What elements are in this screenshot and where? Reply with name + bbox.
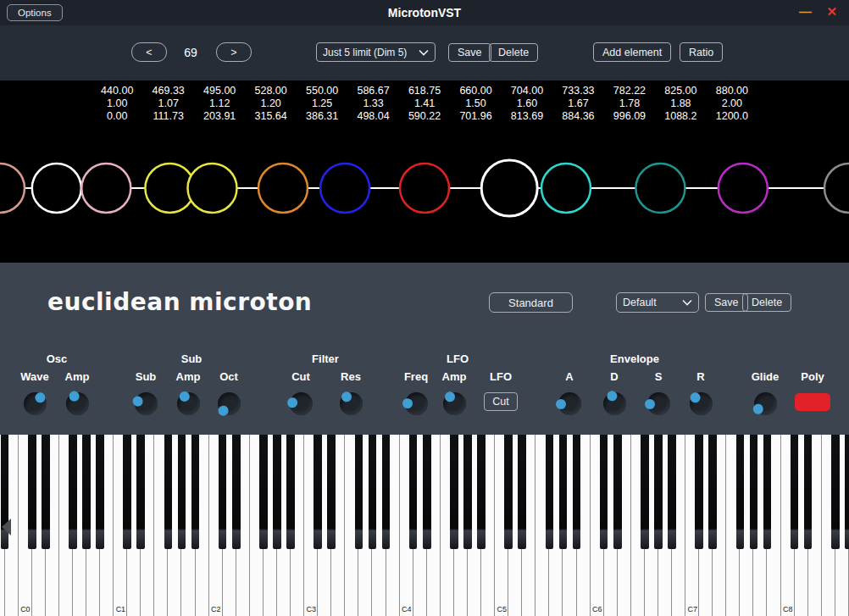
black-key[interactable]	[369, 435, 377, 549]
env-decay-knob[interactable]	[603, 392, 626, 415]
sub-amp-knob[interactable]	[177, 392, 200, 415]
black-key[interactable]	[219, 435, 227, 549]
black-key[interactable]	[314, 435, 322, 549]
black-key[interactable]	[450, 435, 458, 549]
scale-note-circle[interactable]	[81, 164, 130, 213]
close-button[interactable]: ✕	[826, 4, 837, 19]
scale-note-circle[interactable]	[481, 160, 537, 216]
scale-note-ratio: 1.07	[142, 97, 193, 110]
filter-cut-knob[interactable]	[290, 392, 313, 415]
piano-keyboard: C0C1C2C3C4C5C6C7C8	[0, 435, 849, 616]
preset-select[interactable]: Default	[616, 292, 699, 313]
keyboard-scroll-left-arrow[interactable]	[2, 519, 11, 536]
preset-save-button[interactable]: Save	[705, 293, 748, 312]
black-key[interactable]	[382, 435, 391, 549]
black-key[interactable]	[123, 435, 131, 549]
black-key[interactable]	[42, 435, 50, 549]
standard-button[interactable]: Standard	[489, 292, 573, 313]
env-release-knob[interactable]	[690, 392, 713, 415]
black-key[interactable]	[791, 435, 799, 549]
scale-note-circle[interactable]	[258, 164, 308, 213]
black-key[interactable]	[463, 435, 472, 549]
black-key[interactable]	[708, 435, 717, 549]
black-key[interactable]	[477, 435, 486, 549]
black-key[interactable]	[845, 435, 849, 549]
prev-scale-button[interactable]: <	[131, 42, 167, 62]
octave-label: C0	[20, 605, 31, 613]
scale-note-ratio: 2.00	[707, 97, 757, 110]
black-key[interactable]	[69, 435, 77, 549]
black-key[interactable]	[164, 435, 173, 549]
black-key[interactable]	[259, 435, 268, 549]
black-key[interactable]	[191, 435, 200, 549]
scale-note-circle[interactable]	[719, 164, 768, 213]
black-key[interactable]	[232, 435, 241, 549]
black-key[interactable]	[668, 435, 676, 549]
black-key[interactable]	[654, 435, 663, 549]
group-label-filter: Filter	[300, 352, 351, 365]
black-key[interactable]	[355, 435, 363, 549]
preset-delete-button[interactable]: Delete	[742, 293, 791, 312]
control-lfo-target: LFO Cut	[475, 370, 526, 411]
osc-wave-knob[interactable]	[24, 392, 47, 415]
black-key[interactable]	[831, 435, 840, 549]
black-key[interactable]	[178, 435, 186, 549]
scale-note-circle[interactable]	[188, 164, 237, 213]
scale-note-circle[interactable]	[400, 164, 449, 213]
black-key[interactable]	[504, 435, 513, 549]
scale-note-circle[interactable]	[320, 164, 369, 213]
black-key[interactable]	[136, 435, 145, 549]
add-element-button[interactable]: Add element	[593, 42, 671, 62]
black-key[interactable]	[573, 435, 581, 549]
filter-res-knob[interactable]	[340, 392, 363, 415]
minimize-button[interactable]: —	[799, 4, 812, 19]
lfo-target-button[interactable]: Cut	[484, 392, 517, 411]
scale-note-cents: 590.22	[399, 110, 450, 123]
black-key[interactable]	[641, 435, 649, 549]
black-key[interactable]	[518, 435, 526, 549]
scale-note-circle[interactable]	[32, 164, 81, 213]
black-key[interactable]	[327, 435, 336, 549]
scale-note-column: 528.001.20315.64	[245, 85, 296, 123]
lfo-freq-knob[interactable]	[405, 392, 428, 415]
black-key[interactable]	[559, 435, 568, 549]
scale-note-circle[interactable]	[635, 164, 685, 213]
scale-note-ratio: 1.41	[399, 97, 450, 110]
knob-indicator-dot	[645, 399, 655, 409]
black-key[interactable]	[96, 435, 104, 549]
black-key[interactable]	[409, 435, 418, 549]
knob-indicator-dot	[556, 399, 566, 409]
sub-knob[interactable]	[135, 392, 158, 415]
knob-label: R	[675, 370, 726, 383]
poly-led-button[interactable]	[795, 393, 830, 411]
black-key[interactable]	[600, 435, 608, 549]
black-key[interactable]	[750, 435, 758, 549]
glide-knob[interactable]	[754, 392, 777, 415]
env-sustain-knob[interactable]	[647, 392, 670, 415]
ratio-button[interactable]: Ratio	[680, 42, 723, 62]
scale-select[interactable]: Just 5 limit (Dim 5)	[316, 42, 436, 62]
black-key[interactable]	[423, 435, 431, 549]
lfo-amp-knob[interactable]	[443, 392, 466, 415]
scale-note-freq: 880.00	[707, 85, 757, 97]
env-attack-knob[interactable]	[558, 392, 581, 415]
scale-note-circle[interactable]	[541, 164, 591, 213]
black-key[interactable]	[736, 435, 745, 549]
black-key[interactable]	[546, 435, 554, 549]
black-key[interactable]	[804, 435, 813, 549]
black-key[interactable]	[28, 435, 36, 549]
black-key[interactable]	[613, 435, 622, 549]
black-key[interactable]	[695, 435, 703, 549]
black-key[interactable]	[273, 435, 281, 549]
black-key[interactable]	[763, 435, 772, 549]
black-key[interactable]	[82, 435, 91, 549]
next-scale-button[interactable]: >	[216, 42, 252, 62]
scale-note-circle[interactable]	[824, 164, 849, 213]
scale-note-column: 495.001.12203.91	[194, 85, 245, 123]
sub-oct-knob[interactable]	[218, 392, 241, 415]
scale-delete-button[interactable]: Delete	[489, 43, 538, 62]
scale-note-circle[interactable]	[0, 164, 25, 213]
scale-save-button[interactable]: Save	[448, 43, 491, 62]
black-key[interactable]	[286, 435, 295, 549]
osc-amp-knob[interactable]	[66, 392, 89, 415]
